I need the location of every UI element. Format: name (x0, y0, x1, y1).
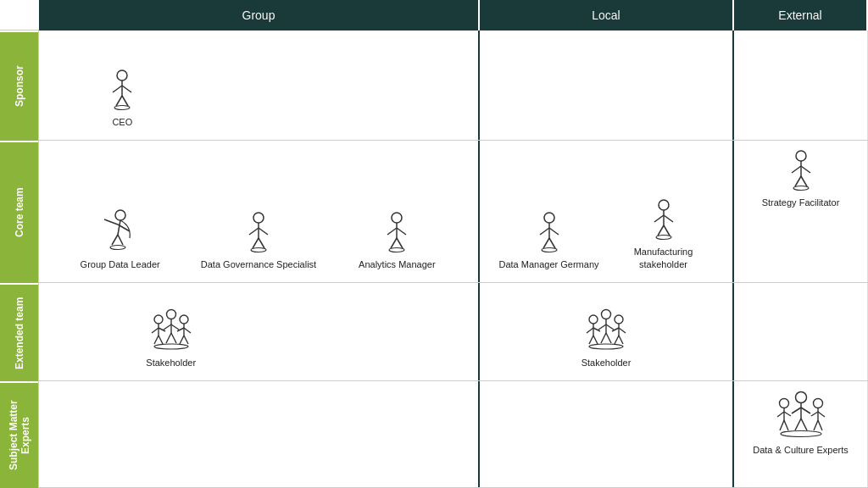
svg-line-18 (253, 238, 259, 248)
svg-line-58 (184, 328, 191, 333)
label-extended-team: Extended team (0, 283, 38, 381)
svg-line-11 (112, 235, 118, 245)
manufacturing-stakeholder-label: Manufacturing stakeholder (609, 246, 717, 270)
data-governance-specialist-person: Data Governance Specialist (189, 209, 327, 270)
stakeholder-local-icon (581, 306, 632, 353)
svg-line-83 (606, 324, 614, 330)
content-area: Sponsor Core team Extended team Subject … (0, 30, 868, 488)
svg-line-103 (795, 419, 801, 430)
extended-group-cell: Stakeholder (39, 283, 480, 380)
svg-point-0 (117, 70, 127, 80)
strategy-facilitator-icon (782, 147, 821, 193)
svg-line-5 (122, 96, 128, 106)
svg-line-84 (601, 333, 606, 343)
svg-line-63 (164, 324, 171, 330)
svg-point-87 (779, 399, 788, 408)
main-container: Group Local External Sponsor Core team E… (0, 0, 868, 488)
analytics-manager-icon (377, 209, 416, 255)
svg-line-25 (391, 238, 397, 248)
core-row: Group Data Leader (39, 141, 868, 283)
header-spacer (0, 0, 39, 30)
svg-line-16 (249, 228, 259, 235)
sme-local-cell (480, 381, 734, 487)
group-data-leader-person: Group Data Leader (51, 208, 189, 270)
manufacturing-stakeholder-icon (644, 197, 683, 242)
svg-point-14 (253, 213, 264, 223)
svg-line-91 (780, 420, 784, 430)
svg-point-80 (602, 309, 611, 319)
svg-line-19 (259, 238, 264, 248)
svg-line-64 (171, 324, 179, 330)
strategy-facilitator-person: Strategy Facilitator (737, 147, 864, 275)
svg-point-105 (781, 431, 821, 437)
header-local-label: Local (592, 8, 620, 22)
svg-line-44 (792, 166, 801, 173)
svg-point-41 (656, 236, 671, 240)
svg-line-33 (549, 238, 555, 248)
svg-point-28 (544, 213, 554, 223)
svg-line-39 (658, 225, 664, 236)
svg-line-98 (818, 420, 822, 430)
svg-line-96 (818, 412, 825, 417)
extended-row: Stakeholder (39, 283, 868, 381)
svg-line-30 (540, 228, 549, 235)
data-culture-experts-icon (771, 388, 831, 441)
svg-point-34 (542, 247, 557, 252)
svg-point-61 (166, 309, 175, 319)
svg-line-66 (171, 333, 176, 343)
svg-line-2 (113, 86, 122, 92)
svg-point-20 (251, 247, 266, 252)
data-culture-experts-person: Data & Culture Experts (737, 388, 864, 480)
stakeholder-group-label: Stakeholder (146, 357, 196, 369)
svg-line-73 (593, 336, 598, 344)
svg-line-37 (654, 215, 664, 222)
svg-line-90 (784, 412, 791, 416)
core-external-cell: Strategy Facilitator (734, 141, 868, 282)
sponsor-external-cell (734, 30, 868, 140)
sponsor-local-cell (480, 30, 734, 140)
svg-line-31 (549, 228, 559, 235)
svg-line-38 (664, 215, 673, 222)
svg-point-6 (114, 105, 130, 109)
svg-line-40 (664, 225, 670, 236)
svg-line-8 (118, 220, 120, 235)
svg-point-13 (110, 245, 125, 249)
data-governance-specialist-icon (239, 209, 278, 255)
svg-line-26 (397, 238, 403, 248)
svg-line-46 (795, 176, 801, 186)
svg-point-21 (392, 213, 402, 223)
svg-line-4 (116, 96, 122, 106)
svg-point-86 (589, 344, 623, 349)
svg-point-7 (115, 210, 125, 220)
header-group-label: Group (242, 8, 275, 22)
svg-line-97 (814, 420, 818, 430)
svg-line-9 (104, 219, 118, 225)
svg-line-82 (598, 324, 606, 330)
svg-line-101 (792, 408, 801, 413)
svg-point-42 (796, 151, 806, 161)
extended-external-cell (734, 283, 868, 380)
ceo-icon (103, 67, 142, 113)
svg-line-59 (180, 336, 184, 344)
svg-line-85 (606, 333, 611, 343)
core-local-cell: Data Manager Germany (480, 141, 734, 282)
svg-line-104 (801, 419, 807, 430)
stakeholder-group-icon (146, 306, 197, 353)
sponsor-row: CEO (39, 30, 868, 141)
svg-line-17 (259, 228, 268, 235)
data-governance-specialist-label: Data Governance Specialist (201, 258, 316, 270)
svg-line-32 (543, 238, 549, 248)
stakeholder-local-person: Stakeholder (492, 306, 721, 369)
svg-point-68 (589, 315, 598, 324)
stakeholder-local-label: Stakeholder (581, 357, 632, 369)
grid-area: CEO (38, 30, 868, 488)
label-sme: Subject Matter Experts (0, 381, 38, 488)
svg-line-89 (777, 412, 784, 417)
svg-line-24 (397, 228, 406, 235)
svg-line-45 (801, 166, 810, 173)
svg-line-79 (619, 336, 623, 344)
sme-row: Data & Culture Experts (39, 381, 868, 488)
svg-line-54 (159, 336, 163, 344)
svg-line-92 (784, 420, 788, 430)
svg-line-12 (118, 235, 123, 245)
